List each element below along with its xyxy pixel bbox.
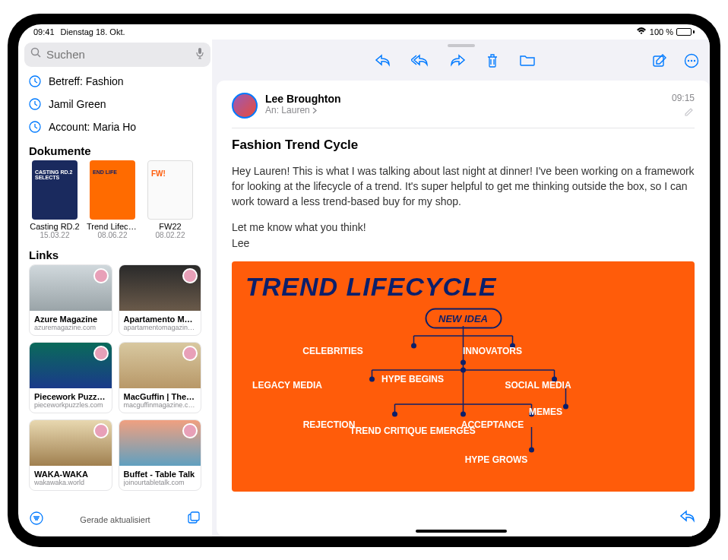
svg-point-17 (369, 376, 375, 381)
link-domain: wakawaka.world (34, 479, 107, 486)
document-thumb: FW! (147, 160, 193, 220)
email-paragraph: Hey Lauren! This is what I was talking a… (232, 163, 695, 210)
search-icon (30, 47, 42, 62)
home-indicator[interactable] (416, 530, 507, 533)
attachment-title: TREND LIFECYCLE (245, 272, 681, 302)
link-title: WAKA-WAKA (34, 470, 107, 479)
link-title: MacGuffin | The Lif… (124, 392, 197, 401)
avatar-icon (182, 423, 198, 438)
docs-section-title: Dokumente (18, 138, 212, 160)
link-card[interactable]: Azure Magazineazuremagazine.com (29, 264, 112, 336)
document-item[interactable]: END LIFE Trend Lifecycle 08.06.22 (87, 160, 138, 239)
reply-all-icon[interactable] (411, 53, 429, 71)
email-subject: Fashion Trend Cycle (232, 138, 695, 153)
avatar-icon[interactable] (232, 93, 258, 119)
recipient-name: Lauren (281, 105, 309, 115)
links-section-title: Links (18, 242, 212, 264)
wifi-icon (636, 27, 647, 36)
suggestion-subject[interactable]: Betreff: Fashion (29, 70, 201, 93)
avatar-icon (182, 346, 198, 361)
mic-icon[interactable] (195, 47, 204, 62)
diagram-lines (245, 309, 681, 476)
avatar-icon (93, 268, 109, 283)
suggestion-label: Jamil Green (49, 98, 106, 110)
document-thumb: END LIFE (90, 160, 135, 220)
battery-pct: 100 % (650, 27, 673, 36)
more-icon[interactable] (684, 53, 699, 71)
diagram-label: MEMES (529, 407, 562, 417)
suggestion-account[interactable]: Account: Maria Ho (29, 115, 201, 138)
search-input[interactable] (46, 48, 191, 61)
link-domain: joinourtabletalk.com (124, 479, 197, 486)
suggestion-label: Account: Maria Ho (49, 121, 136, 133)
link-card[interactable]: WAKA-WAKAwakawaka.world (29, 419, 112, 491)
link-card[interactable]: Apartamento Maga…apartamentomagazine.c… (119, 264, 202, 336)
diagram-label: HYPE BEGINS (381, 374, 444, 384)
link-domain: pieceworkpuzzles.com (34, 401, 107, 409)
main-pane: Lee Broughton An: Lauren 09:15 Fashion T… (212, 40, 710, 536)
battery-icon (676, 28, 695, 36)
link-domain: azuremagazine.com (34, 324, 107, 331)
status-time: 09:41 (33, 27, 55, 36)
reply-icon[interactable] (375, 53, 391, 71)
recipient-line[interactable]: An: Lauren (265, 105, 672, 115)
link-card[interactable]: Piecework Puzzlespieceworkpuzzles.com (29, 342, 112, 413)
diagram-label: REJECTION (303, 419, 356, 430)
avatar-icon (182, 268, 198, 283)
filter-icon[interactable] (29, 511, 44, 529)
sync-status: Gerade aktualisiert (44, 515, 186, 524)
sender-name[interactable]: Lee Broughton (265, 93, 672, 105)
document-date: 08.02.22 (156, 231, 185, 239)
diagram: NEW IDEA CELEBRITIES INNOVATORS LEGACY M… (245, 309, 681, 476)
svg-point-0 (32, 49, 39, 55)
diagram-label: LEGACY MEDIA (252, 380, 322, 391)
link-title: Apartamento Maga… (124, 315, 197, 324)
svg-line-1 (38, 55, 41, 58)
svg-point-14 (411, 343, 416, 348)
status-date: Dienstag 18. Okt. (61, 27, 125, 36)
forward-icon[interactable] (449, 53, 466, 71)
svg-point-21 (392, 411, 397, 416)
folder-icon[interactable] (519, 53, 536, 71)
document-name: Trend Lifecycle (87, 222, 138, 231)
document-item[interactable]: FW! FW22 08.02.22 (144, 160, 196, 239)
diagram-label: INNOVATORS (463, 346, 522, 356)
svg-point-16 (461, 359, 466, 365)
email-time: 09:15 (672, 93, 695, 103)
edit-icon[interactable] (672, 106, 695, 120)
document-name: FW22 (144, 222, 196, 231)
document-name: Casting RD.2 (29, 222, 81, 231)
document-item[interactable]: CASTING RD.2 SELECTS Casting RD.2 15.03.… (29, 160, 81, 239)
sidebar-footer: Gerade aktualisiert (18, 503, 212, 536)
diagram-label: SOCIAL MEDIA (505, 380, 571, 391)
trash-icon[interactable] (486, 53, 499, 71)
search-field[interactable] (24, 43, 210, 67)
diagram-label: ACCEPTANCE (461, 419, 524, 430)
link-card[interactable]: Buffet - Table Talkjoinourtabletalk.com (119, 419, 202, 491)
svg-point-22 (461, 411, 466, 416)
documents-row: CASTING RD.2 SELECTS Casting RD.2 15.03.… (18, 160, 212, 242)
attachment-image[interactable]: TREND LIFECYCLE (232, 261, 695, 492)
svg-rect-8 (191, 512, 199, 520)
svg-point-12 (691, 59, 692, 61)
avatar-icon (93, 346, 109, 361)
svg-rect-2 (198, 48, 201, 54)
link-card[interactable]: MacGuffin | The Lif…macguffinmagazine.co… (119, 342, 202, 413)
email-paragraph: Let me know what you think!Lee (232, 220, 695, 251)
diagram-label: HYPE GROWS (465, 454, 528, 465)
compose-icon[interactable] (652, 53, 667, 71)
to-label: An: (265, 105, 279, 115)
reply-icon[interactable] (679, 509, 696, 526)
screen: 09:41 Dienstag 18. Okt. 100 % Abbrechen … (18, 24, 710, 536)
compose-icon[interactable] (186, 511, 201, 529)
document-thumb: CASTING RD.2 SELECTS (32, 160, 78, 220)
svg-point-19 (461, 367, 466, 372)
diagram-label: CELEBRITIES (302, 346, 362, 356)
email-view: Lee Broughton An: Lauren 09:15 Fashion T… (217, 81, 710, 536)
diagram-label: TREND CRITIQUE EMERGES (350, 426, 475, 436)
svg-point-13 (694, 59, 695, 61)
suggestion-person[interactable]: Jamil Green (29, 93, 201, 115)
link-title: Azure Magazine (34, 315, 107, 324)
email-header: Lee Broughton An: Lauren 09:15 (232, 93, 695, 128)
link-title: Buffet - Table Talk (124, 470, 197, 479)
